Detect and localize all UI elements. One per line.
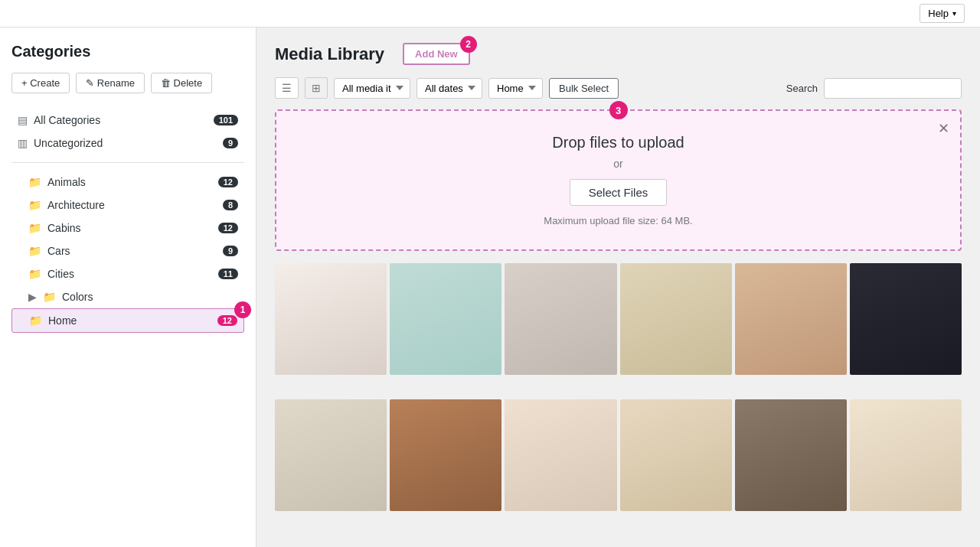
cat-label: Cabins <box>47 222 81 234</box>
step-2-badge: 2 <box>460 36 477 53</box>
cat-count: 9 <box>223 246 238 256</box>
content-header: Media Library Add New 2 <box>275 43 962 65</box>
help-label: Help <box>928 8 949 19</box>
main-content: Media Library Add New 2 ☰ ⊞ All media it… <box>256 28 980 547</box>
image-cell[interactable] <box>275 399 387 511</box>
select-files-button[interactable]: Select Files <box>570 179 668 206</box>
image-placeholder <box>620 399 732 511</box>
folder-icon: 📁 <box>28 245 41 257</box>
image-placeholder <box>275 263 387 375</box>
arrow-right-icon: ▶ <box>28 291 37 303</box>
grid-view-button[interactable]: ⊞ <box>305 77 328 99</box>
cat-label: Cities <box>47 268 74 280</box>
cat-label: Cars <box>47 245 70 257</box>
drop-or: or <box>613 158 622 170</box>
main-layout: Categories + Create ✎ Rename 🗑 Delete ▤ … <box>0 28 980 547</box>
image-placeholder <box>390 263 501 375</box>
sidebar-item-colors[interactable]: ▶ 📁 Colors <box>11 285 244 308</box>
toolbar: ☰ ⊞ All media it All dates Home Bulk Sel… <box>275 77 962 99</box>
sidebar-item-animals[interactable]: 📁 Animals 12 <box>11 171 244 194</box>
bulk-select-button[interactable]: Bulk Select <box>549 78 619 99</box>
image-grid <box>275 263 962 532</box>
image-cell[interactable] <box>505 399 616 511</box>
image-cell[interactable] <box>390 399 501 511</box>
cat-label: Architecture <box>47 199 105 211</box>
image-cell[interactable] <box>275 263 387 375</box>
image-cell[interactable] <box>735 263 847 375</box>
sidebar-item-home[interactable]: 📁 Home 12 1 <box>11 308 244 333</box>
image-cell[interactable] <box>620 263 732 375</box>
folder-icon: 📁 <box>28 268 41 280</box>
upload-drop-zone: 3 ✕ Drop files to upload or Select Files… <box>275 109 962 251</box>
image-cell[interactable] <box>850 263 962 375</box>
max-size-label: Maximum upload file size: 64 MB. <box>544 215 692 226</box>
sidebar: Categories + Create ✎ Rename 🗑 Delete ▤ … <box>0 28 256 547</box>
rename-button[interactable]: ✎ Rename <box>76 73 145 93</box>
image-placeholder <box>735 263 847 375</box>
image-placeholder <box>620 263 732 375</box>
sidebar-title: Categories <box>11 43 244 60</box>
step-1-badge: 1 <box>234 301 251 318</box>
folder-icon: 📁 <box>28 176 41 188</box>
sidebar-item-cities[interactable]: 📁 Cities 11 <box>11 262 244 285</box>
image-cell[interactable] <box>390 263 501 375</box>
cat-count: 9 <box>223 138 238 148</box>
search-input[interactable] <box>824 78 962 99</box>
folder-icon: ▤ <box>18 114 28 126</box>
image-placeholder <box>850 399 962 511</box>
top-bar: Help ▾ <box>0 0 980 28</box>
sidebar-item-all-categories[interactable]: ▤ All Categories 101 <box>11 109 244 132</box>
date-filter[interactable]: All dates <box>416 78 482 99</box>
image-cell[interactable] <box>620 399 732 511</box>
cat-count: 101 <box>214 115 238 125</box>
cat-count: 12 <box>218 177 238 187</box>
drop-title: Drop files to upload <box>552 134 684 151</box>
sidebar-item-cabins[interactable]: 📁 Cabins 12 <box>11 217 244 239</box>
delete-button[interactable]: 🗑 Delete <box>151 73 212 93</box>
folder-icon: 📁 <box>28 199 41 211</box>
search-label: Search <box>786 83 818 94</box>
image-placeholder <box>505 263 616 375</box>
cat-label: Uncategorized <box>34 137 103 149</box>
category-list: ▤ All Categories 101 ▥ Uncategorized 9 📁… <box>11 109 244 333</box>
image-placeholder <box>390 399 501 511</box>
create-button[interactable]: + Create <box>11 73 70 93</box>
image-cell[interactable] <box>735 399 847 511</box>
cat-label: Animals <box>47 176 86 188</box>
cat-label: All Categories <box>34 114 100 126</box>
list-view-button[interactable]: ☰ <box>275 77 299 99</box>
help-button[interactable]: Help ▾ <box>920 4 965 23</box>
cat-label: Colors <box>62 291 93 303</box>
folder-icon: 📁 <box>28 222 41 234</box>
page-title: Media Library <box>275 44 384 64</box>
image-placeholder <box>735 399 847 511</box>
media-type-filter[interactable]: All media it <box>334 78 410 99</box>
folder-icon: 📁 <box>29 314 42 327</box>
folder-icon: ▥ <box>18 137 28 149</box>
cat-label: Home <box>48 314 77 327</box>
step-3-badge: 3 <box>609 101 628 119</box>
cat-count: 12 <box>218 223 238 233</box>
cat-count: 11 <box>218 269 238 279</box>
sidebar-item-architecture[interactable]: 📁 Architecture 8 <box>11 194 244 217</box>
sidebar-actions: + Create ✎ Rename 🗑 Delete <box>11 73 244 93</box>
add-new-label: Add New <box>415 48 458 60</box>
cat-count: 12 <box>217 315 237 326</box>
sidebar-item-uncategorized[interactable]: ▥ Uncategorized 9 <box>11 132 244 155</box>
image-placeholder <box>505 399 616 511</box>
image-cell[interactable] <box>850 399 962 511</box>
close-upload-zone-button[interactable]: ✕ <box>938 120 949 137</box>
chevron-icon: ▾ <box>952 9 956 18</box>
folder-filter[interactable]: Home <box>488 78 543 99</box>
folder-icon: 📁 <box>43 291 56 303</box>
image-cell[interactable] <box>505 263 616 375</box>
sidebar-item-cars[interactable]: 📁 Cars 9 <box>11 239 244 262</box>
add-new-button[interactable]: Add New 2 <box>403 43 470 65</box>
image-placeholder <box>850 263 962 375</box>
image-placeholder <box>275 399 387 511</box>
cat-count: 8 <box>223 200 238 210</box>
